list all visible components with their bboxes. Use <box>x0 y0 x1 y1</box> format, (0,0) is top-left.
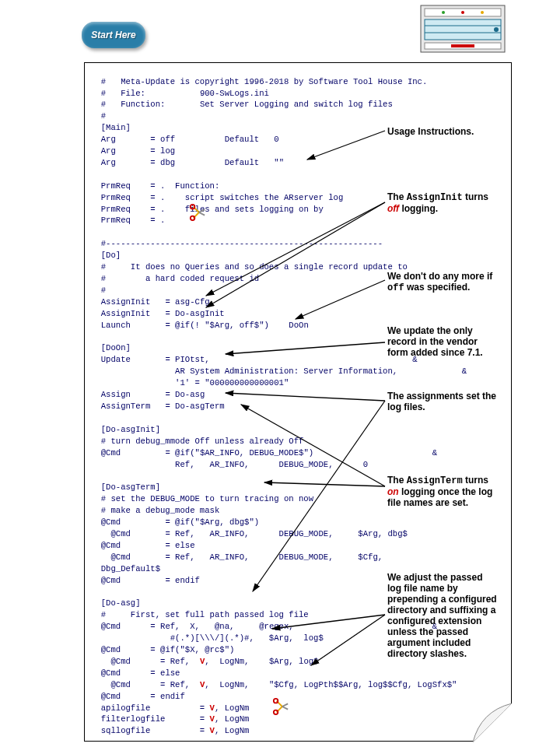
annotation-vendor-form: We update the only record in the vendor … <box>387 325 512 358</box>
scissors-icon <box>272 698 289 715</box>
annotation-usage: Usage Instructions. <box>387 126 474 137</box>
svg-point-2 <box>442 11 445 14</box>
start-here-badge[interactable]: Start Here <box>82 22 145 48</box>
server-device-icon <box>420 5 506 53</box>
svg-rect-5 <box>425 19 501 40</box>
svg-point-8 <box>494 27 499 32</box>
svg-point-4 <box>481 11 484 14</box>
svg-point-11 <box>191 205 195 209</box>
svg-rect-10 <box>451 44 474 47</box>
svg-point-3 <box>461 11 464 14</box>
annotation-assignments: The assignments set the log files. <box>387 391 516 412</box>
annotation-assigninit: The AssignInit turns off logging. <box>387 191 512 214</box>
svg-point-12 <box>191 216 195 221</box>
annotation-adjust-logfile: We adjust the passed log file name by pr… <box>387 572 516 659</box>
svg-point-14 <box>274 710 278 715</box>
start-here-label: Start Here <box>91 30 135 40</box>
annotation-off-specified: We don't do any more if off was specifie… <box>387 271 516 293</box>
svg-point-13 <box>274 699 278 703</box>
annotation-assignterm: The AssignTerm turns on logging once the… <box>387 475 512 508</box>
scissors-icon <box>189 204 206 221</box>
